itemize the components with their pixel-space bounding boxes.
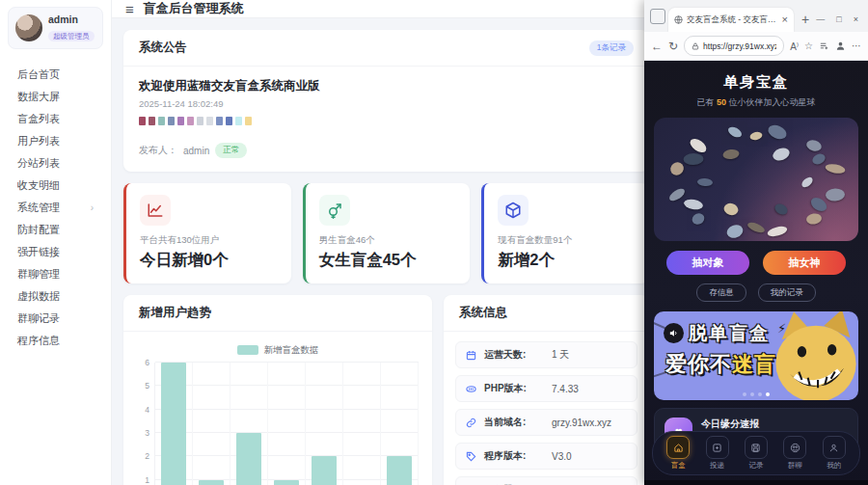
sidebar-item[interactable]: 数据大屏 xyxy=(0,86,111,108)
sysinfo-list: 运营天数:1 天PHP版本:7.4.33当前域名:grzy.91wx.xyz程序… xyxy=(444,332,649,485)
sidebar-item-label: 后台首页 xyxy=(17,69,60,80)
chart-legend[interactable]: 新增盲盒数据 xyxy=(137,341,419,359)
sysinfo-row: 当前域名:grzy.91wx.xyz xyxy=(455,409,637,436)
record-count-badge: 1条记录 xyxy=(589,40,634,56)
publisher-name: admin xyxy=(183,146,209,156)
nav-group[interactable]: 群聊 xyxy=(783,436,806,471)
collections-icon[interactable] xyxy=(819,40,829,51)
draw-goddess-button[interactable]: 抽女神 xyxy=(763,251,846,275)
tab-title: 交友盲盒系统 - 交友盲盒系统 xyxy=(687,14,778,26)
nav-send[interactable]: 投递 xyxy=(706,436,729,471)
color-swatch xyxy=(197,117,203,125)
sidebar-item-label: 收支明细 xyxy=(17,180,60,191)
sidebar-item[interactable]: 群聊管理 xyxy=(0,263,111,285)
carousel-dot[interactable] xyxy=(750,392,754,396)
carousel-dot[interactable] xyxy=(743,392,746,396)
sidebar-item[interactable]: 分站列表 xyxy=(0,152,111,175)
color-swatch xyxy=(245,117,252,125)
draw-boyfriend-button[interactable]: 抽对象 xyxy=(666,251,749,275)
sidebar-item[interactable]: 防封配置 xyxy=(0,219,111,241)
box-icon xyxy=(666,436,690,459)
color-swatch xyxy=(139,117,146,125)
close-button[interactable]: × xyxy=(854,14,858,24)
sidebar-item[interactable]: 程序信息 xyxy=(0,330,111,352)
php-icon xyxy=(466,384,476,394)
promo-banner[interactable]: 脱单盲盒 爱你不迷盲 ⚡ xyxy=(654,311,858,400)
tab-actions-icon[interactable] xyxy=(650,9,665,24)
carousel-dot[interactable] xyxy=(758,392,762,396)
stats-row: 平台共有130位用户 今日新增0个 男生盲盒46个 女生盲盒45个 xyxy=(123,183,649,283)
sidebar-item-label: 群聊记录 xyxy=(17,313,60,324)
browser-tab[interactable]: 交友盲盒系统 - 交友盲盒系统 × xyxy=(668,8,794,32)
record-icon xyxy=(745,436,768,459)
member-count: 50 xyxy=(717,97,726,107)
sidebar-item[interactable]: 系统管理› xyxy=(0,197,111,219)
refresh-icon[interactable]: ↻ xyxy=(668,40,678,53)
chart-card: 新增用户趋势 新增盲盒数据 123456 xyxy=(123,295,432,485)
sidebar-item[interactable]: 群聊记录 xyxy=(0,308,111,330)
sidebar-item[interactable]: 后台首页 xyxy=(0,64,111,86)
favorites-star-icon[interactable]: ☆ xyxy=(804,41,813,51)
nav-record[interactable]: 记录 xyxy=(745,436,768,471)
legend-label: 新增盲盒数据 xyxy=(264,344,319,357)
maximize-button[interactable]: □ xyxy=(836,14,841,24)
group-icon xyxy=(783,436,806,459)
sidebar: admin 超级管理员 后台首页数据大屏盲盒列表用户列表分站列表收支明细系统管理… xyxy=(0,0,112,485)
sysinfo-row: PHP版本:7.4.33 xyxy=(455,375,637,402)
stat-card-girl-boxes: 男生盲盒46个 女生盲盒45个 xyxy=(303,183,471,283)
report-title: 今日缘分速报 xyxy=(701,418,830,431)
color-swatch xyxy=(226,117,232,125)
sidebar-item[interactable]: 收支明细 xyxy=(0,175,111,197)
chart-bar xyxy=(161,363,186,485)
minimize-button[interactable]: — xyxy=(816,14,825,24)
avatar-sphere xyxy=(654,118,858,241)
hamburger-icon[interactable]: ≡ xyxy=(125,1,134,17)
sidebar-item[interactable]: 盲盒列表 xyxy=(0,108,111,130)
app-title: 盲盒后台管理系统 xyxy=(144,0,244,17)
cube-icon xyxy=(498,195,529,226)
nav-user[interactable]: 我的 xyxy=(823,436,846,471)
user-card[interactable]: admin 超级管理员 xyxy=(8,7,103,49)
menu-ellipsis-icon[interactable]: ⋯ xyxy=(852,41,861,51)
carousel-dot[interactable] xyxy=(766,392,770,396)
url-text: https://grzy.91wx.xyz xyxy=(703,41,776,51)
color-swatch xyxy=(235,117,242,125)
link-icon xyxy=(466,418,476,428)
sidebar-item[interactable]: 强开链接 xyxy=(0,241,111,263)
read-aloud-icon[interactable]: A) xyxy=(790,40,799,52)
stat-main: 女生盲盒45个 xyxy=(319,250,457,271)
chart-plot xyxy=(154,363,419,485)
chart-bar xyxy=(236,433,261,485)
announcement-card: 系统公告 1条记录 欢迎使用蓝猫交友盲盒系统商业版 2025-11-24 18:… xyxy=(123,30,649,172)
tab-close-icon[interactable]: × xyxy=(782,14,788,25)
announcement-item-title[interactable]: 欢迎使用蓝猫交友盲盒系统商业版 xyxy=(139,78,634,94)
bottom-nav: 盲盒投递记录群聊我的 xyxy=(652,431,860,475)
profile-icon[interactable] xyxy=(835,40,846,51)
browser-window: 交友盲盒系统 - 交友盲盒系统 × + — □ × ← ↻ https://gr… xyxy=(644,0,868,485)
nav-box[interactable]: 盲盒 xyxy=(666,436,690,471)
stat-main: 今日新增0个 xyxy=(140,250,278,271)
back-icon[interactable]: ← xyxy=(651,40,663,53)
announcement-title: 系统公告 xyxy=(139,40,187,56)
globe-icon xyxy=(674,15,683,24)
sidebar-item-label: 用户列表 xyxy=(17,136,60,147)
chart-bar xyxy=(274,480,299,485)
user-role-badge: 超级管理员 xyxy=(48,31,95,41)
sysinfo-title: 系统信息 xyxy=(459,305,507,321)
browser-titlebar: 交友盲盒系统 - 交友盲盒系统 × + — □ × xyxy=(644,0,868,32)
stat-main: 新增2个 xyxy=(498,250,636,271)
color-swatch xyxy=(206,117,213,125)
new-tab-button[interactable]: + xyxy=(801,14,809,25)
sidebar-item[interactable]: 虚拟数据 xyxy=(0,285,111,308)
color-swatch xyxy=(216,117,223,125)
sidebar-item[interactable]: 用户列表 xyxy=(0,130,111,152)
my-records-button[interactable]: 我的记录 xyxy=(758,283,816,302)
save-info-button[interactable]: 存信息 xyxy=(696,283,746,302)
sysinfo-row: 运营天数:1 天 xyxy=(455,341,637,368)
blindbox-page: 单身宝盒 已有 50 位小伙伴加入心动星球 抽对象 抽女神 存信息 我的记录 脱… xyxy=(644,61,868,485)
stat-card-users: 平台共有130位用户 今日新增0个 xyxy=(123,183,291,283)
sysinfo-row: 程序版本:V3.0 xyxy=(455,443,637,470)
doge-image xyxy=(766,311,858,400)
sidebar-item-label: 群聊管理 xyxy=(17,269,60,280)
address-bar[interactable]: https://grzy.91wx.xyz xyxy=(684,36,784,56)
